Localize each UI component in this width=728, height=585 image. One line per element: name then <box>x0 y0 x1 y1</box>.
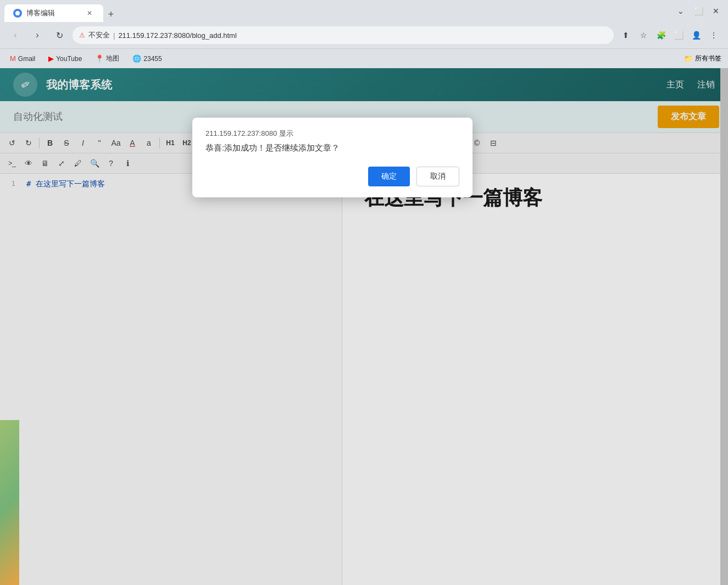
active-tab[interactable]: 博客编辑 ✕ <box>4 4 103 22</box>
forward-button[interactable]: › <box>29 26 46 44</box>
bookmark-num-icon: 🌐 <box>132 54 141 63</box>
dialog-message: 恭喜:添加成功！是否继续添加文章？ <box>205 143 459 153</box>
security-label: 不安全 <box>88 30 110 40</box>
tab-title: 博客编辑 <box>26 8 55 18</box>
youtube-icon: ▶ <box>48 54 54 63</box>
menu-button[interactable]: ⋮ <box>706 27 721 43</box>
address-actions: ⬆ ☆ 🧩 ⬜ 👤 ⋮ <box>618 27 721 43</box>
all-bookmarks-label: 所有书签 <box>695 54 721 63</box>
dialog-overlay: 211.159.172.237:8080 显示 恭喜:添加成功！是否继续添加文章… <box>0 68 728 585</box>
gmail-icon: M <box>10 54 16 63</box>
bookmark-maps-label: 地图 <box>106 54 119 63</box>
url-bar[interactable]: ⚠ 不安全 | 211.159.172.237:8080/blog_add.ht… <box>73 26 614 44</box>
extension-button[interactable]: 🧩 <box>653 27 669 43</box>
tab-favicon <box>13 9 22 18</box>
address-bar: ‹ › ↻ ⚠ 不安全 | 211.159.172.237:8080/blog_… <box>0 22 728 48</box>
bookmark-gmail[interactable]: M Gmail <box>7 52 38 65</box>
dialog-header: 211.159.172.237:8080 显示 <box>205 129 459 139</box>
folder-icon: 📁 <box>684 54 693 63</box>
bookmarks-right: 📁 所有书签 <box>684 54 721 63</box>
dialog-buttons: 确定 取消 <box>205 167 459 186</box>
maximize-button[interactable]: ⬜ <box>691 3 706 19</box>
bookmark-star-button[interactable]: ☆ <box>636 27 651 43</box>
dialog-box: 211.159.172.237:8080 显示 恭喜:添加成功！是否继续添加文章… <box>192 118 473 197</box>
window-controls: ⌄ ⬜ ✕ <box>673 3 724 19</box>
account-button[interactable]: 👤 <box>688 27 704 43</box>
bookmark-youtube[interactable]: ▶ YouTube <box>45 52 85 65</box>
split-view-button[interactable]: ⬜ <box>671 27 686 43</box>
title-bar: 博客编辑 ✕ + ⌄ ⬜ ✕ <box>0 0 728 22</box>
bookmark-youtube-label: YouTube <box>56 55 82 63</box>
new-tab-button[interactable]: + <box>103 7 119 22</box>
bookmark-num[interactable]: 🌐 23455 <box>129 52 165 65</box>
url-text: 211.159.172.237:8080/blog_add.html <box>118 31 607 40</box>
page-content: ✏ 我的博客系统 主页 注销 发布文章 ↺ ↻ B S I <box>0 68 728 585</box>
minimize-button[interactable]: ⌄ <box>673 3 688 19</box>
security-icon: ⚠ <box>79 31 85 39</box>
dialog-cancel-button[interactable]: 取消 <box>416 167 459 186</box>
maps-icon: 📍 <box>95 54 104 63</box>
close-window-button[interactable]: ✕ <box>708 3 724 19</box>
bookmarks-bar: M Gmail ▶ YouTube 📍 地图 🌐 23455 📁 所有书签 <box>0 48 728 68</box>
tab-area: 博客编辑 ✕ + <box>4 0 669 22</box>
dialog-confirm-button[interactable]: 确定 <box>368 167 410 186</box>
bookmark-gmail-label: Gmail <box>18 55 35 63</box>
reload-button[interactable]: ↻ <box>51 26 68 44</box>
back-button[interactable]: ‹ <box>7 26 24 44</box>
share-button[interactable]: ⬆ <box>618 27 633 43</box>
tab-close-button[interactable]: ✕ <box>85 8 95 18</box>
bookmark-maps[interactable]: 📍 地图 <box>92 52 123 65</box>
bookmark-num-label: 23455 <box>143 55 162 63</box>
